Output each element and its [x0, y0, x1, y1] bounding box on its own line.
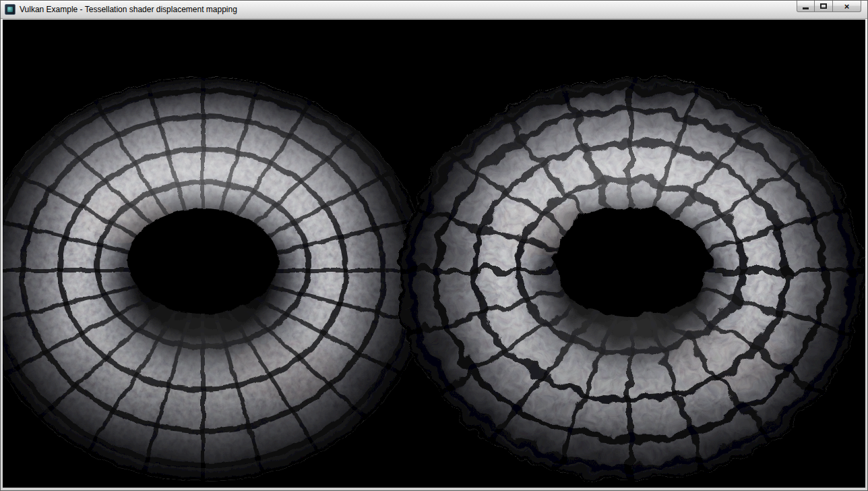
render-viewport[interactable]: [3, 20, 865, 488]
torus-body-right: [388, 20, 865, 488]
stone-torus-right: [388, 20, 865, 488]
minimize-icon: [803, 7, 809, 9]
torus-body-left: [3, 20, 445, 488]
minimize-button[interactable]: [797, 1, 815, 12]
close-button[interactable]: ×: [833, 1, 861, 12]
stone-torus-left: [3, 20, 445, 488]
close-icon: ×: [844, 2, 850, 11]
app-icon: [5, 4, 16, 15]
window-title: Vulkan Example - Tessellation shader dis…: [20, 5, 237, 14]
maximize-button[interactable]: [815, 1, 833, 12]
maximize-icon: [820, 3, 827, 9]
title-bar[interactable]: Vulkan Example - Tessellation shader dis…: [1, 1, 867, 19]
window-controls: ×: [797, 1, 861, 12]
app-window: Vulkan Example - Tessellation shader dis…: [0, 0, 868, 491]
